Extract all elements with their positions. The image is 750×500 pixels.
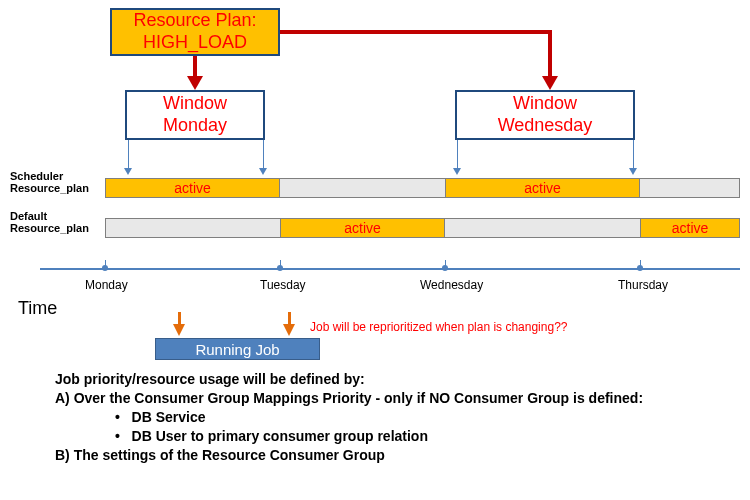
tick-mon: [105, 260, 106, 270]
tick-label-wed: Wednesday: [420, 278, 483, 292]
default-label: Default Resource_plan: [10, 210, 89, 234]
body-b: B) The settings of the Resource Consumer…: [55, 446, 735, 465]
orange-arrow-1-head: [173, 324, 185, 336]
running-job-label: Running Job: [195, 341, 279, 358]
arrow-rp-to-monday-stem: [193, 56, 197, 78]
def-active-2: active: [672, 220, 709, 236]
arrow-rp-to-wed-head: [542, 76, 558, 90]
scheduler-seg-mon: active: [105, 178, 280, 198]
def-active-1: active: [344, 220, 381, 236]
thin-arrow-wed-left-head: [453, 168, 461, 175]
thin-arrow-wed-right: [633, 140, 634, 170]
diagram-canvas: Resource Plan: HIGH_LOAD Window Monday W…: [0, 0, 750, 500]
thin-arrow-mon-right-head: [259, 168, 267, 175]
tick-tue: [280, 260, 281, 270]
body-intro: Job priority/resource usage will be defi…: [55, 370, 735, 389]
body-a: A) Over the Consumer Group Mappings Prio…: [55, 389, 735, 408]
resource-plan-box: Resource Plan: HIGH_LOAD: [110, 8, 280, 56]
thin-arrow-wed-right-head: [629, 168, 637, 175]
rp-line2: HIGH_LOAD: [143, 32, 247, 52]
resource-plan-text: Resource Plan: HIGH_LOAD: [133, 10, 256, 53]
ww-line1: Window: [513, 93, 577, 113]
tick-wed: [445, 260, 446, 270]
job-note: Job will be reprioritized when plan is c…: [310, 320, 567, 334]
arrow-rp-to-monday-head: [187, 76, 203, 90]
body-a2: DB User to primary consumer group relati…: [132, 428, 428, 444]
thin-arrow-wed-left: [457, 140, 458, 170]
arrow-rp-to-wed-stem: [548, 30, 552, 78]
default-seg-tue: active: [280, 218, 445, 238]
ww-line2: Wednesday: [498, 115, 593, 135]
window-monday-box: Window Monday: [125, 90, 265, 140]
sched-l1: Scheduler: [10, 170, 63, 182]
sched-l2: Resource_plan: [10, 182, 89, 194]
sched-active-1: active: [174, 180, 211, 196]
body-text-block: Job priority/resource usage will be defi…: [55, 370, 735, 464]
orange-arrow-2-head: [283, 324, 295, 336]
tick-label-tue: Tuesday: [260, 278, 306, 292]
window-monday-text: Window Monday: [163, 93, 227, 136]
def-l1: Default: [10, 210, 47, 222]
thin-arrow-mon-left: [128, 140, 129, 170]
tick-label-thu: Thursday: [618, 278, 668, 292]
body-a2-row: • DB User to primary consumer group rela…: [55, 427, 735, 446]
def-l2: Resource_plan: [10, 222, 89, 234]
thin-arrow-mon-left-head: [124, 168, 132, 175]
scheduler-seg-wed: active: [445, 178, 640, 198]
wm-line1: Window: [163, 93, 227, 113]
tick-label-mon: Monday: [85, 278, 128, 292]
wm-line2: Monday: [163, 115, 227, 135]
arrow-rp-horizontal: [280, 30, 550, 34]
window-wednesday-text: Window Wednesday: [498, 93, 593, 136]
time-label: Time: [18, 298, 57, 319]
body-a1-row: • DB Service: [55, 408, 735, 427]
tick-thu: [640, 260, 641, 270]
timeline-axis: [40, 268, 740, 270]
default-seg-thu: active: [640, 218, 740, 238]
thin-arrow-mon-right: [263, 140, 264, 170]
rp-line1: Resource Plan:: [133, 10, 256, 30]
sched-active-2: active: [524, 180, 561, 196]
body-a1: DB Service: [132, 409, 206, 425]
window-wednesday-box: Window Wednesday: [455, 90, 635, 140]
scheduler-label: Scheduler Resource_plan: [10, 170, 89, 194]
running-job-bar: Running Job: [155, 338, 320, 360]
